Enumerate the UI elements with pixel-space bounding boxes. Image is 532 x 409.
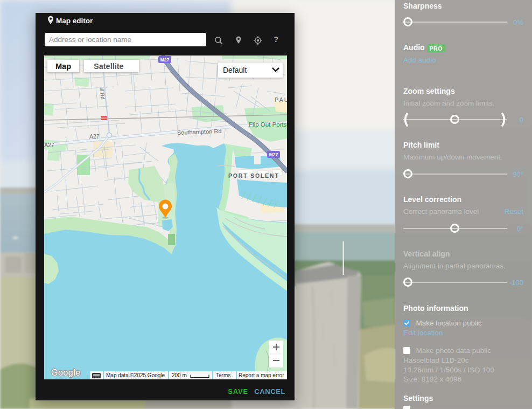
svg-text:Satellite: Satellite	[94, 62, 124, 71]
svg-text:Map: Map	[55, 62, 71, 71]
svg-text:Report a map error: Report a map error	[239, 372, 284, 378]
svg-text:Default: Default	[223, 66, 247, 74]
svg-text:200 m: 200 m	[172, 372, 187, 378]
svg-text:Map data ©2025 Google: Map data ©2025 Google	[106, 372, 165, 378]
svg-text:Terms: Terms	[216, 372, 230, 378]
svg-text:Flip Out Portsm: Flip Out Portsm	[249, 121, 287, 128]
svg-text:PORT SOLENT: PORT SOLENT	[228, 172, 279, 179]
svg-text:PAULS: PAULS	[275, 96, 287, 103]
svg-text:A27: A27	[89, 133, 100, 140]
svg-text:M27: M27	[160, 57, 170, 63]
svg-text:M27: M27	[269, 152, 278, 157]
svg-text:Google: Google	[51, 368, 81, 377]
svg-text:A27: A27	[44, 142, 54, 148]
